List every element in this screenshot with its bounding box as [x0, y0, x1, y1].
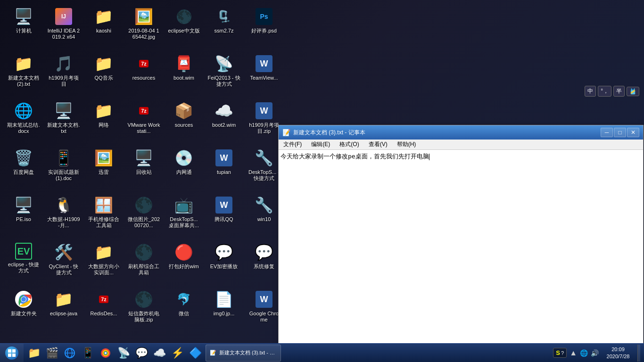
menu-edit[interactable]: 编辑(E): [306, 140, 335, 149]
icon-7zip[interactable]: 7z RedisDes...: [85, 288, 123, 330]
icon-kaoshi[interactable]: 📁 kaoshi: [85, 5, 123, 47]
taskbar-pinned-items: 📁 🎬 📱 📡 💬 ☁️: [24, 344, 206, 362]
icon-ssm2[interactable]: 🗜️ ssm2.7z: [205, 5, 243, 47]
taskbar-right: S ? ▲ 🌐 🔊 20:09 2020/7/28: [549, 344, 644, 362]
icon-computer[interactable]: 🖥️ 计算机: [5, 5, 42, 47]
icon-eclipse-en[interactable]: 🌑 短信轰炸机电脑板.zip: [125, 288, 163, 330]
icon-shixi[interactable]: W h1909月考项目.zip: [245, 99, 283, 141]
taskbar-icon-intra2[interactable]: 📱: [79, 345, 96, 362]
icon-vmware[interactable]: 🖥️ 新建文本文档.txt: [45, 99, 83, 141]
taskbar-icon-ie[interactable]: [61, 345, 78, 362]
start-button[interactable]: [0, 344, 24, 362]
icon-qq-music[interactable]: 🎵 h1909月考项目: [45, 52, 83, 94]
icon-ev[interactable]: EV eclipse - 快捷方式: [5, 240, 42, 283]
taskbar-app-notepad[interactable]: 📝 新建文本文档 (3).txt - 记事本: [206, 345, 281, 362]
icon-new-ms[interactable]: W Google Chrome: [245, 288, 283, 330]
svg-point-3: [21, 297, 26, 302]
tray-ime-s-icon: S: [556, 349, 560, 356]
ime-keyboard-label[interactable]: 🎽: [627, 87, 639, 96]
icon-short-msg[interactable]: 💬 EV加密播放: [205, 240, 243, 283]
notepad-title-icon: 📝: [282, 129, 290, 136]
notepad-menubar: 文件(F) 编辑(E) 格式(O) 查看(V) 帮助(H): [279, 140, 643, 150]
taskbar: 📁 🎬 📱 📡 💬 ☁️: [0, 343, 644, 362]
menu-help[interactable]: 帮助(H): [392, 140, 421, 149]
icon-redis[interactable]: 🔴 打包好的wim: [165, 240, 203, 283]
icon-eclipse-shortcut[interactable]: 🌑 微信图片_20200720...: [125, 193, 163, 236]
icon-desktop-s2[interactable]: 🖥️ PE.iso: [5, 193, 42, 236]
menu-format[interactable]: 格式(O): [335, 140, 363, 149]
icon-intra[interactable]: 📱 实训面试题新(1).doc: [45, 146, 83, 189]
icon-brush-tool[interactable]: 🔧 win10: [245, 193, 283, 236]
icon-boot2[interactable]: 7z VMware Workstati...: [125, 99, 163, 141]
taskbar-icon-xunlei2[interactable]: ⚡: [169, 345, 186, 362]
icon-jpg2019[interactable]: 🖼️ 2019-08-04 165442.jpg: [125, 5, 163, 47]
ime-half-label[interactable]: 半: [613, 86, 625, 97]
icon-boot-wim[interactable]: 7z resources: [125, 52, 163, 94]
menu-file[interactable]: 文件(F): [279, 140, 306, 149]
icon-qimo[interactable]: W TeamView...: [245, 52, 283, 94]
taskbar-app-notepad-icon: 📝: [210, 350, 216, 356]
taskbar-icon-chrome2[interactable]: [97, 345, 114, 362]
icon-baidu[interactable]: ☁️ boot2.wim: [205, 99, 243, 141]
tray-up-arrow[interactable]: ▲: [570, 349, 577, 357]
icon-chrome[interactable]: 新建文件夹: [5, 288, 42, 330]
taskbar-open-apps: 📝 新建文本文档 (3).txt - 记事本: [206, 344, 549, 362]
taskbar-icon-baidu2[interactable]: ☁️: [151, 345, 168, 362]
icon-sources[interactable]: 📁 网络: [85, 99, 123, 141]
taskbar-icon-wechat2[interactable]: 💬: [133, 345, 150, 362]
show-desktop-button[interactable]: [637, 345, 640, 362]
icon-intellij[interactable]: IJ IntelliJ IDEA 2019.2 x64: [45, 5, 83, 47]
icon-recycle[interactable]: 🗑️ 百度网盘: [5, 146, 42, 189]
icon-desktops[interactable]: 🖥️ 回收站: [125, 146, 163, 189]
taskbar-icon-explorer[interactable]: 📁: [25, 345, 42, 362]
icon-bigdata[interactable]: W tupian: [205, 146, 243, 189]
menu-view[interactable]: 查看(V): [364, 140, 392, 149]
minimize-button[interactable]: ─: [601, 128, 613, 137]
icon-qyclient[interactable]: 📺 DeskTopS...桌面屏幕共...: [165, 193, 203, 236]
icon-feiQ[interactable]: 📮 boot.wim: [165, 52, 203, 94]
icon-win10[interactable]: 🪟 手机维修综合工具箱: [85, 193, 123, 236]
icon-wechat[interactable]: 💬 系统修复: [245, 240, 283, 283]
icon-bigdata-dir[interactable]: W 腾讯QQ: [205, 193, 243, 236]
icon-network[interactable]: 🌐 期末笔试总结.docx: [5, 99, 42, 141]
ime-punct-label[interactable]: °，: [598, 86, 611, 97]
icon-sqllyog[interactable]: 🐬 微信: [165, 288, 203, 330]
notepad-text-area[interactable]: 今天给大家录制一个修改pe桌面，首先我们先打开电脑: [279, 150, 643, 346]
icon-split-code[interactable]: 📄 img0.jp...: [205, 288, 243, 330]
icon-psd[interactable]: Ps 好评券.psd: [245, 5, 283, 47]
taskbar-icon-media[interactable]: 🎬: [43, 345, 60, 362]
desktop: 🖥️ 计算机 IJ IntelliJ IDEA 2019.2 x64 📁 kao…: [0, 0, 644, 362]
taskbar-icon-xunlei3[interactable]: 🔷: [187, 345, 204, 362]
start-orb-icon: [5, 346, 18, 360]
system-clock[interactable]: 20:09 2020/7/28: [602, 345, 635, 361]
icon-pe-iso[interactable]: 💿 内网通: [165, 146, 203, 189]
taskbar-icon-teamviewer2[interactable]: 📡: [115, 345, 132, 362]
icon-qq[interactable]: 🐧 大数据-H1909-月...: [45, 193, 83, 236]
notepad-window: 📝 新建文本文档 (3).txt - 记事本 ─ □ ✕ 文件(F) 编辑(E)…: [278, 125, 644, 346]
icon-sys-repair[interactable]: 🛠️ QyClient - 快捷方式: [45, 240, 83, 283]
icon-eclipse-cn[interactable]: 🌑 eclipse中文版: [165, 5, 203, 47]
notepad-titlebar[interactable]: 📝 新建文本文档 (3).txt - 记事本 ─ □ ✕: [279, 125, 643, 140]
notepad-window-buttons: ─ □ ✕: [601, 128, 639, 137]
tray-ime-help-icon: ?: [561, 350, 564, 356]
icon-resources[interactable]: 📁 QQ音乐: [85, 52, 123, 94]
tray-ime[interactable]: S ?: [553, 348, 567, 358]
icon-phone-tool[interactable]: 🔧 DeskTopS... - 快捷方式: [245, 146, 283, 189]
icon-h1909-zip[interactable]: 📦 sources: [165, 99, 203, 141]
clock-date: 2020/7/28: [607, 353, 630, 360]
tray-network-icon[interactable]: 🌐: [580, 349, 588, 357]
maximize-button[interactable]: □: [614, 128, 626, 137]
icon-tupian[interactable]: 🖼️ 迅雷: [85, 146, 123, 189]
icon-h1909[interactable]: 📁 新建文本文档 (2).txt: [5, 52, 42, 94]
svg-rect-7: [12, 354, 16, 357]
icon-new-folder[interactable]: 📁 大数据方向小实训面...: [85, 240, 123, 283]
taskbar-app-notepad-label: 新建文本文档 (3).txt - 记事本: [219, 349, 277, 356]
close-button[interactable]: ✕: [627, 128, 639, 137]
desktop-ime-indicator: 中 °， 半 🎽: [585, 86, 639, 97]
icon-teamviewer[interactable]: 📡 FeiQ2013 - 快捷方式: [205, 52, 243, 94]
tray-volume-icon[interactable]: 🔊: [591, 349, 599, 357]
icon-eclipse-java[interactable]: 🌑 刷机帮综合工具箱: [125, 240, 163, 283]
ime-cn-label[interactable]: 中: [585, 86, 596, 97]
icon-huanlewu[interactable]: 📁 eclipse-java: [45, 288, 83, 330]
svg-rect-4: [8, 349, 11, 353]
